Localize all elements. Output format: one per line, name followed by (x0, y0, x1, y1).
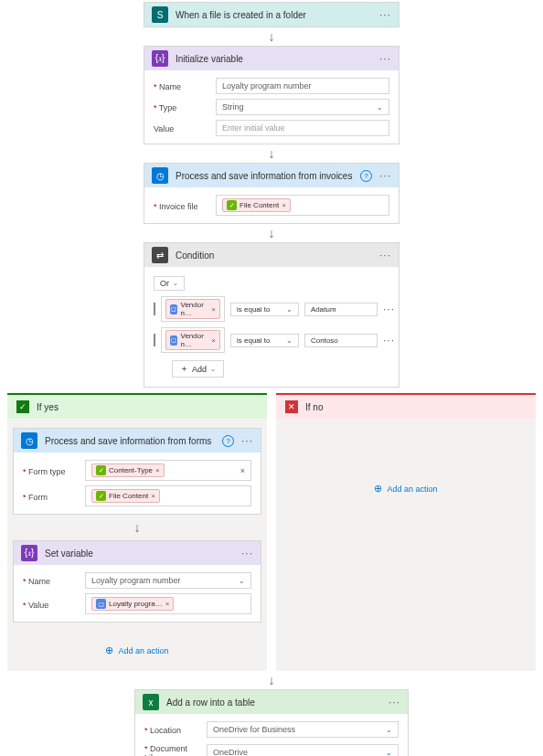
checkbox[interactable] (154, 334, 155, 346)
ai-builder-icon: ◷ (21, 432, 37, 449)
more-icon[interactable]: ··· (379, 169, 391, 182)
initialize-variable-card[interactable]: {𝑥} Initialize variable ··· Name Loyalty… (144, 46, 399, 144)
value-input[interactable]: Enter initial value (216, 120, 389, 136)
operand-input[interactable]: ◻Vendor n…× (161, 296, 225, 322)
more-icon[interactable]: ··· (383, 303, 395, 315)
set-var-title: Set variable (45, 548, 234, 559)
ai-builder-icon: ◷ (152, 167, 168, 184)
more-icon[interactable]: ··· (379, 8, 391, 21)
add-action-button[interactable]: ⊕Add an action (276, 483, 536, 495)
remove-icon: × (282, 201, 286, 209)
arrow-down-icon: ↓ (134, 520, 141, 535)
condition-row: ◻Vendor n…×is equal to⌄Adatum··· (154, 296, 389, 322)
more-icon[interactable]: ··· (379, 249, 391, 261)
more-icon[interactable]: ··· (241, 547, 253, 559)
process-inv-title: Process and save information from invoic… (176, 171, 353, 181)
help-icon[interactable]: ? (222, 435, 234, 447)
var-name-select[interactable]: Loyalty program number⌄ (85, 572, 251, 589)
more-icon[interactable]: ··· (379, 52, 391, 65)
form-input[interactable]: ✓File Content× (85, 485, 251, 506)
trigger-title: When a file is created in a folder (176, 10, 372, 20)
form-type-input[interactable]: ✓Content-Type× × (85, 460, 251, 481)
value-input[interactable]: Adatum (304, 303, 378, 316)
logic-selector[interactable]: Or⌄ (154, 276, 185, 291)
excel-add-row-card[interactable]: x Add a row into a table ··· LocationOne… (134, 689, 409, 756)
arrow-down-icon: ↓ (269, 673, 275, 687)
more-icon[interactable]: ··· (241, 434, 253, 447)
excel-title: Add a row into a table (166, 697, 381, 708)
init-var-title: Initialize variable (176, 54, 372, 64)
field-label: Document Library (144, 742, 199, 756)
sharepoint-icon: S (152, 6, 168, 23)
file-content-token[interactable]: ✓File Content× (91, 489, 160, 503)
field-label: Value (154, 122, 208, 133)
set-variable-card[interactable]: {𝑥} Set variable ··· Name Loyalty progra… (13, 540, 261, 623)
variable-icon: {𝑥} (21, 545, 37, 561)
add-condition-button[interactable]: ＋Add⌄ (172, 360, 224, 378)
operand-input[interactable]: ◻Vendor n…× (161, 327, 225, 353)
help-icon[interactable]: ? (360, 170, 372, 182)
process-invoices-card[interactable]: ◷ Process and save information from invo… (144, 163, 399, 224)
if-no-label: If no (305, 402, 323, 412)
invoice-file-input[interactable]: ✓File Content× (216, 195, 389, 216)
chevron-down-icon: ⌄ (377, 103, 383, 112)
clear-icon[interactable]: × (240, 466, 245, 475)
x-icon: ✕ (285, 400, 298, 413)
field-label: Name (23, 575, 78, 586)
field-label: Value (23, 599, 78, 610)
checkbox[interactable] (154, 303, 155, 315)
operator-select[interactable]: is equal to⌄ (230, 303, 299, 316)
if-no-branch: ✕ If no ⊕Add an action (276, 393, 536, 671)
field-label: Form type (23, 465, 78, 476)
location-select[interactable]: OneDrive for Business⌄ (207, 721, 399, 738)
type-select[interactable]: String⌄ (216, 99, 389, 115)
check-icon: ✓ (16, 400, 29, 413)
var-value-input[interactable]: ◻Loyalty progra…× (85, 593, 251, 614)
field-label: Form (23, 491, 78, 502)
arrow-down-icon: ↓ (269, 226, 275, 240)
field-label: Type (154, 101, 208, 112)
process-forms-card[interactable]: ◷ Process and save information from form… (13, 428, 261, 515)
field-label: Invoice file (154, 200, 208, 211)
value-input[interactable]: Contoso (304, 334, 378, 347)
trigger-card[interactable]: S When a file is created in a folder ··· (144, 2, 399, 27)
condition-icon: ⇄ (152, 247, 168, 263)
name-input[interactable]: Loyalty program number (216, 78, 389, 94)
condition-card[interactable]: ⇄ Condition ··· Or⌄ ◻Vendor n…×is equal … (144, 242, 399, 388)
more-icon[interactable]: ··· (389, 696, 400, 708)
process-forms-title: Process and save information from forms (45, 436, 215, 446)
if-yes-label: If yes (37, 402, 59, 412)
loyalty-token[interactable]: ◻Loyalty progra…× (91, 597, 174, 611)
field-label: Name (154, 80, 208, 91)
arrow-down-icon: ↓ (269, 29, 275, 44)
arrow-down-icon: ↓ (269, 146, 275, 161)
add-action-icon: ⊕ (105, 644, 113, 656)
doclib-select[interactable]: OneDrive⌄ (207, 744, 399, 756)
add-action-icon: ⊕ (374, 483, 382, 495)
file-content-token[interactable]: ✓File Content× (222, 198, 291, 212)
operator-select[interactable]: is equal to⌄ (230, 334, 299, 347)
more-icon[interactable]: ··· (383, 334, 395, 346)
variable-icon: {𝑥} (152, 50, 168, 67)
if-yes-branch: ✓ If yes ◷ Process and save information … (7, 393, 267, 671)
condition-title: Condition (176, 250, 372, 261)
add-action-button[interactable]: ⊕Add an action (105, 644, 168, 656)
content-type-token[interactable]: ✓Content-Type× (91, 463, 165, 477)
condition-row: ◻Vendor n…×is equal to⌄Contoso··· (154, 327, 389, 353)
field-label: Location (144, 724, 199, 735)
excel-icon: x (143, 694, 159, 710)
